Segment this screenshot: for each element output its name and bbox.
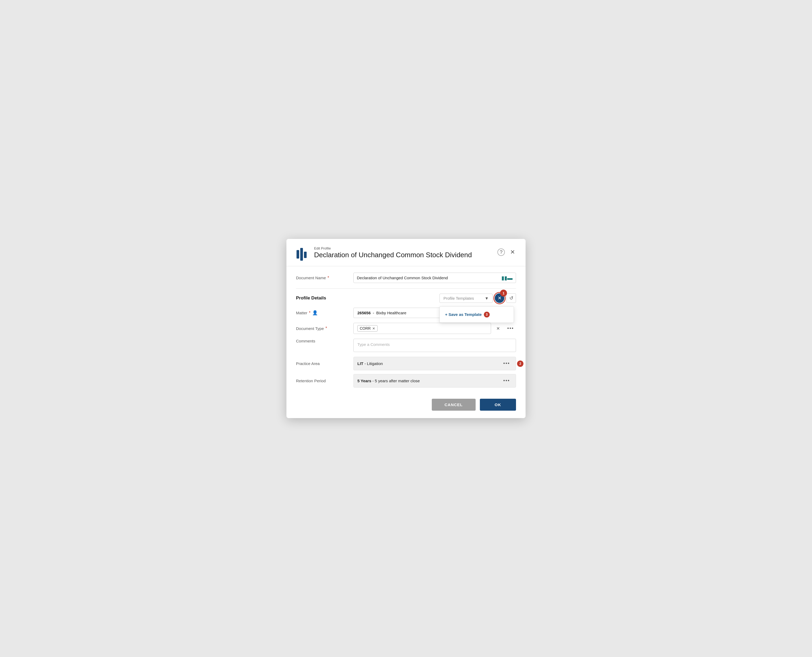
practice-area-field: LIT - Litigation ••• xyxy=(353,357,516,370)
clear-x-icon: ✕ xyxy=(498,295,502,301)
dialog-logo-icon xyxy=(296,248,310,261)
document-name-input[interactable] xyxy=(357,273,499,283)
template-area: Profile Templates ▼ + Save as Template 3 xyxy=(439,293,516,303)
badge-1: 1 xyxy=(500,290,507,296)
svg-rect-0 xyxy=(297,250,299,258)
dialog-body: Document Name * ▮▮▬ Profile Details Prof… xyxy=(286,266,526,388)
help-button[interactable]: ? xyxy=(497,248,506,257)
template-clear-wrapper: ✕ 1 xyxy=(495,293,504,303)
retention-period-row: Retention Period 5 Years - 5 years after… xyxy=(296,374,516,388)
matter-required: * xyxy=(309,311,311,315)
retention-period-label: Retention Period xyxy=(296,378,349,383)
profile-templates-dropdown[interactable]: Profile Templates ▼ xyxy=(439,294,493,303)
dialog-title: Declaration of Unchanged Common Stock Di… xyxy=(314,251,472,259)
section-title: Profile Details xyxy=(296,296,326,301)
retention-period-rest: - 5 years after matter close xyxy=(372,378,420,383)
document-type-required: * xyxy=(325,326,327,331)
document-name-row: Document Name * ▮▮▬ xyxy=(296,272,516,283)
header-text: Edit Profile Declaration of Unchanged Co… xyxy=(314,246,472,259)
document-type-row: Document Type * CORR ✕ ✕ ••• xyxy=(296,323,516,334)
reset-icon: ↺ xyxy=(509,295,513,301)
document-type-label: Document Type * xyxy=(296,326,349,331)
document-name-label: Document Name * xyxy=(296,276,349,280)
document-name-required: * xyxy=(328,276,329,280)
cancel-button[interactable]: CANCEL xyxy=(432,399,476,411)
practice-area-bold: LIT xyxy=(358,361,364,366)
template-placeholder: Profile Templates xyxy=(443,296,474,300)
ok-button[interactable]: OK xyxy=(480,399,516,411)
chevron-down-icon: ▼ xyxy=(485,296,489,300)
close-button[interactable]: ✕ xyxy=(509,248,516,257)
save-as-template-item[interactable]: + Save as Template 3 xyxy=(440,308,514,321)
document-type-clear-button[interactable]: ✕ xyxy=(495,325,501,332)
close-icon: ✕ xyxy=(510,249,515,255)
clear-icon: ✕ xyxy=(497,326,500,331)
bar-chart-icon: ▮▮▬ xyxy=(501,275,512,281)
retention-period-field: 5 Years - 5 years after matter close ••• xyxy=(353,374,516,388)
matter-icon: 👤 xyxy=(312,310,318,316)
practice-area-ellipsis-button[interactable]: ••• xyxy=(501,360,512,367)
dialog-subtitle: Edit Profile xyxy=(314,246,472,250)
matter-name: Bixby Healthcare xyxy=(376,311,406,315)
comments-label: Comments xyxy=(296,339,349,343)
dialog-footer: CANCEL OK xyxy=(286,391,526,418)
practice-area-rest: - Litigation xyxy=(365,361,383,366)
corr-tag-label: CORR xyxy=(360,326,371,330)
badge-2: 2 xyxy=(517,361,523,367)
template-dropdown-wrapper: Profile Templates ▼ + Save as Template 3 xyxy=(439,294,493,303)
svg-rect-2 xyxy=(304,252,307,258)
matter-separator: - xyxy=(373,311,374,315)
retention-period-ellipsis-button[interactable]: ••• xyxy=(501,377,512,385)
comments-row: Comments Type a Comments xyxy=(296,339,516,352)
document-name-field[interactable]: ▮▮▬ xyxy=(353,272,516,283)
help-icon: ? xyxy=(497,249,505,256)
header-actions: ? ✕ xyxy=(497,248,516,257)
practice-area-label: Practice Area xyxy=(296,361,349,366)
matter-label: Matter * 👤 xyxy=(296,310,349,316)
dialog-header: Edit Profile Declaration of Unchanged Co… xyxy=(286,239,526,266)
header-left: Edit Profile Declaration of Unchanged Co… xyxy=(296,246,472,261)
document-type-ellipsis-button[interactable]: ••• xyxy=(505,325,516,332)
edit-profile-dialog: Edit Profile Declaration of Unchanged Co… xyxy=(286,239,526,418)
matter-number: 265656 xyxy=(358,311,371,315)
profile-details-header: Profile Details Profile Templates ▼ + Sa… xyxy=(296,293,516,303)
svg-rect-1 xyxy=(300,248,303,261)
document-type-field[interactable]: CORR ✕ xyxy=(353,323,491,334)
template-reset-button[interactable]: ↺ xyxy=(506,293,516,303)
badge-2-wrapper: 2 xyxy=(517,361,523,367)
corr-tag-close-icon[interactable]: ✕ xyxy=(372,327,375,330)
corr-tag: CORR ✕ xyxy=(358,325,378,332)
comments-placeholder: Type a Comments xyxy=(358,342,390,347)
comments-field[interactable]: Type a Comments xyxy=(353,339,516,352)
template-dropdown-popup: + Save as Template 3 xyxy=(439,306,514,323)
practice-area-row: Practice Area LIT - Litigation ••• 2 xyxy=(296,357,516,370)
retention-period-bold: 5 Years xyxy=(358,378,371,383)
badge-3: 3 xyxy=(484,311,490,318)
